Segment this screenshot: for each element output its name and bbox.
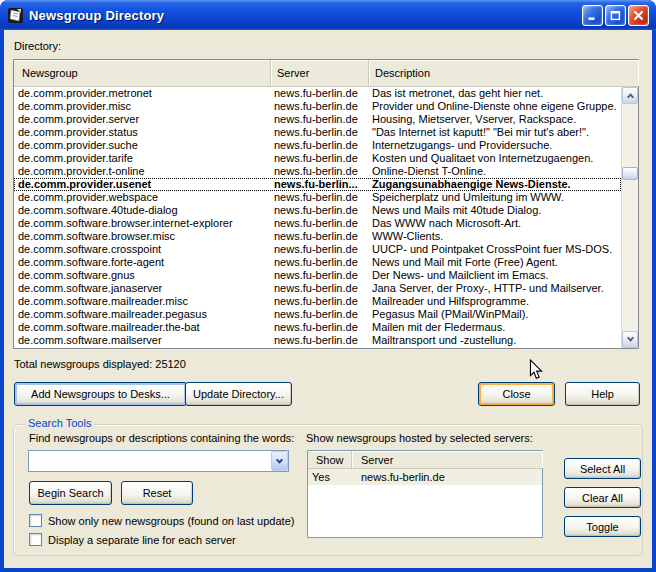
minimize-button[interactable]	[582, 5, 603, 26]
directory-row[interactable]: de.comm.software.mailreader.miscnews.fu-…	[14, 295, 621, 308]
cell-server: news.fu-berlin.de	[271, 139, 369, 152]
search-tools-title: Search Tools	[25, 417, 94, 429]
vertical-scrollbar[interactable]	[621, 87, 638, 348]
directory-row[interactable]: de.comm.software.crosspointnews.fu-berli…	[14, 243, 621, 256]
cell-description: Jana Server, der Proxy-, HTTP- und Mails…	[369, 282, 621, 295]
directory-row[interactable]: de.comm.software.mailreader.the-batnews.…	[14, 321, 621, 334]
total-value: 25120	[155, 358, 186, 370]
column-header-server[interactable]: Server	[352, 451, 542, 468]
scroll-up-button[interactable]	[622, 87, 638, 104]
cell-newsgroup: de.comm.software.40tude-dialog	[14, 204, 271, 217]
update-directory-button[interactable]: Update Directory...	[185, 382, 292, 406]
server-row[interactable]: Yesnews.fu-berlin.de	[308, 469, 542, 485]
titlebar[interactable]: Newsgroup Directory	[0, 0, 656, 30]
cell-newsgroup: de.comm.provider.server	[14, 113, 271, 126]
begin-search-button[interactable]: Begin Search	[29, 481, 112, 505]
directory-row[interactable]: de.comm.software.40tude-dialognews.fu-be…	[14, 204, 621, 217]
column-header-newsgroup[interactable]: Newsgroup	[14, 60, 271, 86]
separate-line-checkbox-row: Display a separate line for each server	[29, 533, 236, 546]
directory-row[interactable]: de.comm.provider.metronetnews.fu-berlin.…	[14, 87, 621, 100]
close-icon	[633, 10, 644, 21]
directory-rows: de.comm.provider.metronetnews.fu-berlin.…	[14, 87, 621, 348]
directory-row[interactable]: de.comm.software.gnusnews.fu-berlin.deDe…	[14, 269, 621, 282]
cell-description: Housing, Mietserver, Vserver, Rackspace.	[369, 113, 621, 126]
servers-hosted-label: Show newsgroups hosted by selected serve…	[306, 432, 533, 444]
cell-description: Kosten und Qualitaet von Internetzugaeng…	[369, 152, 621, 165]
chevron-up-icon	[626, 93, 633, 100]
cell-newsgroup: de.comm.software.janaserver	[14, 282, 271, 295]
directory-row[interactable]: de.comm.provider.miscnews.fu-berlin.dePr…	[14, 100, 621, 113]
listview-header: Newsgroup Server Description	[14, 60, 638, 87]
directory-row[interactable]: de.comm.provider.t-onlinenews.fu-berlin.…	[14, 165, 621, 178]
server-list-header: Show Server	[308, 451, 542, 469]
column-header-description[interactable]: Description	[369, 60, 638, 86]
search-words-input[interactable]	[29, 451, 271, 471]
dialog-body: Directory: Newsgroup Server Description …	[4, 30, 652, 568]
directory-row[interactable]: de.comm.software.janaservernews.fu-berli…	[14, 282, 621, 295]
cell-newsgroup: de.comm.software.mailreader.pegasus	[14, 308, 271, 321]
newsgroup-listview: Newsgroup Server Description de.comm.pro…	[13, 59, 639, 349]
cell-newsgroup: de.comm.provider.status	[14, 126, 271, 139]
cell-server: news.fu-berlin.de	[271, 191, 369, 204]
directory-row[interactable]: de.comm.software.forte-agentnews.fu-berl…	[14, 256, 621, 269]
help-button[interactable]: Help	[565, 382, 640, 406]
directory-row[interactable]: de.comm.software.mailservernews.fu-berli…	[14, 334, 621, 347]
directory-row[interactable]: de.comm.software.mailreader.pegasusnews.…	[14, 308, 621, 321]
directory-row[interactable]: de.comm.provider.usenetnews.fu-berlin...…	[14, 178, 621, 191]
close-window-button[interactable]	[628, 5, 649, 26]
separate-line-label: Display a separate line for each server	[48, 534, 236, 546]
cell-description: Der News- und Mailclient im Emacs.	[369, 269, 621, 282]
show-only-new-checkbox-row: Show only new newsgroups (found on last …	[29, 514, 294, 527]
cell-show: Yes	[308, 469, 352, 485]
show-only-new-checkbox[interactable]	[29, 514, 42, 527]
chevron-down-icon	[626, 335, 633, 342]
cell-description: UUCP- und Pointpaket CrossPoint fuer MS-…	[369, 243, 621, 256]
cell-server: news.fu-berlin.de	[271, 230, 369, 243]
directory-row[interactable]: de.comm.provider.tarifenews.fu-berlin.de…	[14, 152, 621, 165]
cell-newsgroup: de.comm.software.forte-agent	[14, 256, 271, 269]
cell-newsgroup: de.comm.provider.usenet	[14, 178, 271, 191]
cell-description: Das WWW nach Microsoft-Art.	[369, 217, 621, 230]
cell-newsgroup: de.comm.software.browser.internet-explor…	[14, 217, 271, 230]
cell-newsgroup: de.comm.provider.webspace	[14, 191, 271, 204]
cell-newsgroup: de.comm.provider.tarife	[14, 152, 271, 165]
cell-description: Mailen mit der Fledermaus.	[369, 321, 621, 334]
window-title: Newsgroup Directory	[29, 8, 164, 23]
add-newsgroups-button[interactable]: Add Newsgroups to Desks...	[14, 382, 187, 406]
close-button[interactable]: Close	[478, 382, 555, 406]
cell-description: Internetzugangs- und Providersuche.	[369, 139, 621, 152]
directory-row[interactable]: de.comm.software.browser.internet-explor…	[14, 217, 621, 230]
cell-server: news.fu-berlin.de	[271, 152, 369, 165]
cell-description: Speicherplatz und Umleitung im WWW.	[369, 191, 621, 204]
directory-row[interactable]: de.comm.provider.statusnews.fu-berlin.de…	[14, 126, 621, 139]
reset-button[interactable]: Reset	[121, 481, 193, 505]
cell-server: news.fu-berlin.de	[271, 295, 369, 308]
cell-server: news.fu-berlin.de	[271, 126, 369, 139]
separate-line-checkbox[interactable]	[29, 533, 42, 546]
cell-server: news.fu-berlin.de	[271, 308, 369, 321]
cell-description: Das ist metronet, das geht hier net.	[369, 87, 621, 100]
total-newsgroups-status: Total newsgroups displayed: 25120	[14, 358, 186, 370]
column-header-server[interactable]: Server	[271, 60, 369, 86]
server-rows: Yesnews.fu-berlin.de	[308, 469, 542, 485]
cell-newsgroup: de.comm.provider.suche	[14, 139, 271, 152]
newsgroup-directory-window: Newsgroup Directory Directory: Newsgroup…	[0, 0, 656, 572]
clear-all-button[interactable]: Clear All	[564, 487, 641, 508]
directory-row[interactable]: de.comm.provider.webspacenews.fu-berlin.…	[14, 191, 621, 204]
scroll-down-button[interactable]	[622, 331, 638, 348]
maximize-icon	[610, 10, 621, 21]
cell-server: news.fu-berlin.de	[271, 282, 369, 295]
maximize-button[interactable]	[605, 5, 626, 26]
scrollbar-thumb[interactable]	[622, 167, 638, 180]
directory-row[interactable]: de.comm.software.browser.miscnews.fu-ber…	[14, 230, 621, 243]
combo-dropdown-button[interactable]	[271, 451, 288, 471]
cell-description: Provider und Online-Dienste ohne eigene …	[369, 100, 621, 113]
toggle-button[interactable]: Toggle	[564, 516, 641, 537]
column-header-show[interactable]: Show	[308, 451, 352, 468]
directory-row[interactable]: de.comm.provider.suchenews.fu-berlin.deI…	[14, 139, 621, 152]
cell-server: news.fu-berlin.de	[271, 243, 369, 256]
select-all-button[interactable]: Select All	[564, 458, 641, 479]
cell-server: news.fu-berlin.de	[271, 87, 369, 100]
cell-server: news.fu-berlin.de	[271, 334, 369, 347]
directory-row[interactable]: de.comm.provider.servernews.fu-berlin.de…	[14, 113, 621, 126]
